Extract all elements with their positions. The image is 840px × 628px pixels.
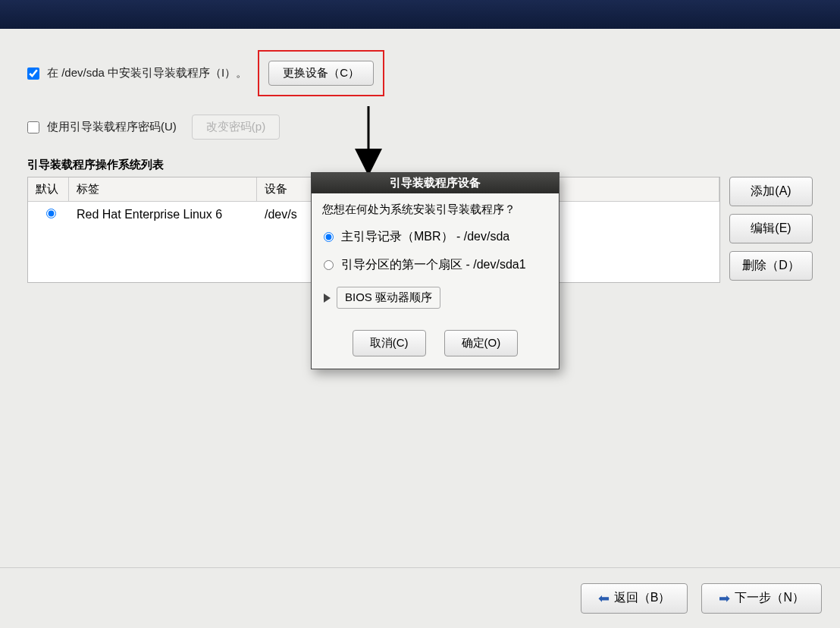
first-sector-radio[interactable] — [324, 260, 334, 270]
next-button[interactable]: 下一步（N） — [701, 583, 822, 614]
delete-button[interactable]: 删除（D） — [729, 251, 813, 281]
dialog-body: 您想在何处为系统安装引导装载程序？ 主引导记录（MBR） - /dev/sda … — [312, 193, 559, 319]
first-sector-label: 引导分区的第一个扇区 - /dev/sda1 — [341, 257, 526, 273]
dialog-prompt: 您想在何处为系统安装引导装载程序？ — [322, 203, 548, 217]
edit-button[interactable]: 编辑(E) — [729, 214, 813, 243]
radio-row-first-sector[interactable]: 引导分区的第一个扇区 - /dev/sda1 — [322, 251, 548, 279]
os-label-cell: Red Hat Enterprise Linux 6 — [69, 208, 257, 221]
install-bootloader-checkbox[interactable] — [27, 68, 39, 80]
expand-icon[interactable] — [324, 294, 331, 303]
radio-row-mbr[interactable]: 主引导记录（MBR） - /dev/sda — [322, 223, 548, 251]
arrow-right-icon — [719, 590, 730, 607]
bootloader-device-dialog: 引导装载程序设备 您想在何处为系统安装引导装载程序？ 主引导记录（MBR） - … — [311, 172, 559, 369]
arrow-left-icon — [598, 590, 610, 607]
default-os-radio[interactable] — [46, 209, 56, 218]
install-bootloader-row: 在 /dev/sda 中安装引导装载程序（I）。 更换设备（C） — [27, 50, 813, 96]
mbr-label: 主引导记录（MBR） - /dev/sda — [341, 229, 509, 245]
dialog-title: 引导装载程序设备 — [312, 173, 559, 193]
header-bar — [0, 0, 840, 29]
bios-expander-row: BIOS 驱动器顺序 — [322, 279, 548, 316]
back-button[interactable]: 返回（B） — [581, 583, 688, 614]
col-label-header[interactable]: 标签 — [69, 177, 257, 201]
back-label: 返回（B） — [614, 590, 671, 606]
ok-button[interactable]: 确定(O) — [444, 330, 519, 356]
install-bootloader-label: 在 /dev/sda 中安装引导装载程序（I）。 — [47, 66, 247, 80]
add-button[interactable]: 添加(A) — [729, 177, 813, 206]
dialog-footer: 取消(C) 确定(O) — [312, 319, 559, 369]
bootloader-password-row: 使用引导装载程序密码(U) 改变密码(p) — [27, 115, 813, 140]
col-default-header[interactable]: 默认 — [28, 177, 69, 201]
bios-order-button[interactable]: BIOS 驱动器顺序 — [337, 287, 440, 309]
highlight-annotation: 更换设备（C） — [258, 50, 384, 96]
mbr-radio[interactable] — [324, 232, 334, 242]
change-device-button[interactable]: 更换设备（C） — [268, 61, 374, 86]
change-password-button: 改变密码(p) — [192, 115, 280, 140]
cancel-button[interactable]: 取消(C) — [353, 330, 426, 356]
os-list-title: 引导装载程序操作系统列表 — [27, 158, 813, 172]
bootloader-password-checkbox[interactable] — [27, 121, 39, 133]
side-buttons: 添加(A) 编辑(E) 删除（D） — [729, 177, 813, 281]
next-label: 下一步（N） — [735, 590, 804, 606]
footer-bar: 返回（B） 下一步（N） — [0, 567, 840, 628]
bootloader-password-label: 使用引导装载程序密码(U) — [47, 120, 177, 134]
